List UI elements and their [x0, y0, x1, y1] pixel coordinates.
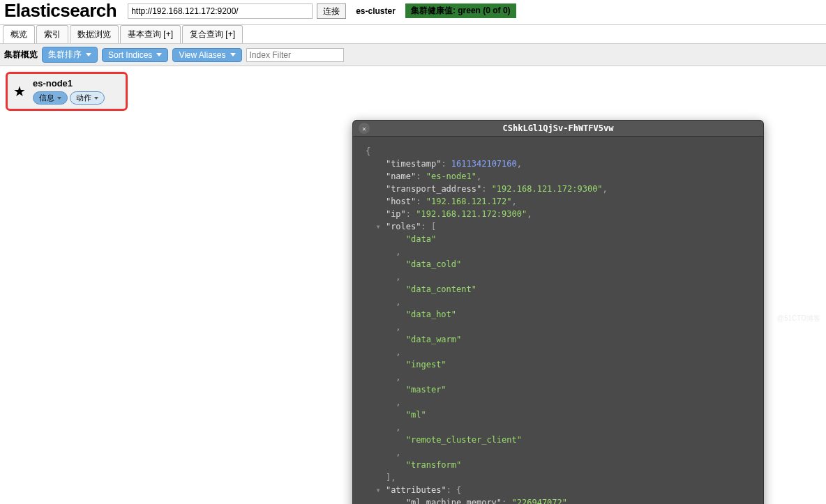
tab-browse[interactable]: 数据浏览 [70, 25, 119, 43]
header-bar: Elasticsearch 连接 es-cluster 集群健康值: green… [0, 0, 826, 25]
tab-indices[interactable]: 索引 [36, 25, 68, 43]
tab-overview[interactable]: 概览 [3, 25, 35, 43]
node-info-button[interactable]: 信息 [33, 91, 68, 105]
app-logo: Elasticsearch [4, 0, 123, 22]
node-name-label: es-node1 [33, 78, 105, 89]
tab-compound-query[interactable]: 复合查询 [+] [182, 25, 243, 43]
cluster-health-badge: 集群健康值: green (0 of 0) [405, 3, 516, 18]
sort-indices-button[interactable]: Sort Indices [102, 48, 168, 62]
master-star-icon: ★ [13, 83, 26, 100]
tab-basic-query[interactable]: 基本查询 [+] [120, 25, 181, 43]
main-tabs: 概览 索引 数据浏览 基本查询 [+] 复合查询 [+] [0, 25, 826, 44]
index-filter-input[interactable] [246, 48, 344, 62]
cluster-name-label: es-cluster [350, 6, 401, 16]
node-card-body: es-node1 信息 动作 [33, 78, 105, 105]
connect-button[interactable]: 连接 [317, 3, 346, 19]
cluster-url-input[interactable] [128, 3, 313, 19]
overview-toolbar: 集群概览 集群排序 Sort Indices View Aliases [0, 44, 826, 66]
toolbar-title: 集群概览 [4, 49, 38, 61]
node-actions-button[interactable]: 动作 [70, 91, 105, 105]
node-card: ★ es-node1 信息 动作 [6, 72, 128, 111]
view-aliases-button[interactable]: View Aliases [172, 48, 241, 62]
sort-cluster-button[interactable]: 集群排序 [42, 47, 98, 63]
